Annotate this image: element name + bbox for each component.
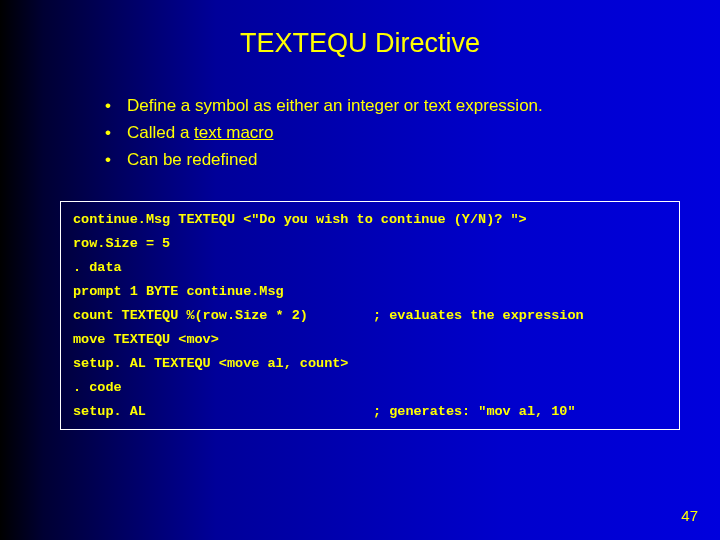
bullet-item: Can be redefined: [105, 148, 720, 172]
slide-title: TEXTEQU Directive: [0, 0, 720, 77]
code-line: . code: [73, 380, 667, 395]
bullet-list: Define a symbol as either an integer or …: [65, 94, 720, 171]
code-line: prompt 1 BYTE continue.Msg: [73, 284, 667, 299]
code-text: setup. AL: [73, 404, 373, 419]
code-line: row.Size = 5: [73, 236, 667, 251]
bullet-item: Called a text macro: [105, 121, 720, 145]
page-number: 47: [681, 507, 698, 524]
code-example-box: continue.Msg TEXTEQU <"Do you wish to co…: [60, 201, 680, 430]
bullet-item: Define a symbol as either an integer or …: [105, 94, 720, 118]
code-line: setup. AL TEXTEQU <move al, count>: [73, 356, 667, 371]
text-macro-underline: text macro: [194, 123, 273, 142]
code-comment: ; evaluates the expression: [373, 308, 584, 323]
code-comment: ; generates: "mov al, 10": [373, 404, 576, 419]
code-line: count TEXTEQU %(row.Size * 2); evaluates…: [73, 308, 667, 323]
code-text: count TEXTEQU %(row.Size * 2): [73, 308, 373, 323]
code-line: move TEXTEQU <mov>: [73, 332, 667, 347]
code-line: setup. AL; generates: "mov al, 10": [73, 404, 667, 419]
code-line: . data: [73, 260, 667, 275]
code-line: continue.Msg TEXTEQU <"Do you wish to co…: [73, 212, 667, 227]
bullet-text: Called a: [127, 123, 194, 142]
